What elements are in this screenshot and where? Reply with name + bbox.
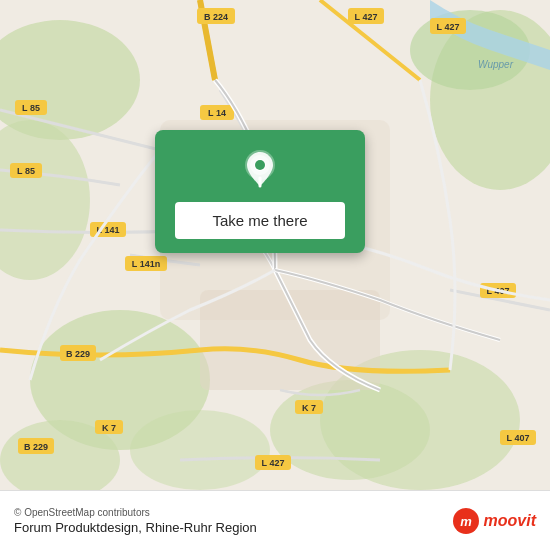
svg-text:L 141n: L 141n — [132, 259, 160, 269]
place-name: Forum Produktdesign, Rhine-Ruhr Region — [14, 520, 257, 535]
svg-text:L 427: L 427 — [262, 458, 285, 468]
moovit-logo: m moovit — [452, 507, 536, 535]
svg-text:B 229: B 229 — [66, 349, 90, 359]
map-container: B 224 L 427 L 427 L 85 L 85 L 141 L 141n… — [0, 0, 550, 490]
map-pin-icon — [239, 148, 281, 190]
osm-credit: © OpenStreetMap contributors — [14, 507, 257, 518]
moovit-brand-text: moovit — [484, 512, 536, 530]
svg-text:B 229: B 229 — [24, 442, 48, 452]
bottom-left-info: © OpenStreetMap contributors Forum Produ… — [14, 507, 257, 535]
svg-text:K 7: K 7 — [302, 403, 316, 413]
moovit-logo-icon: m — [452, 507, 480, 535]
svg-text:Wupper: Wupper — [478, 59, 514, 70]
svg-text:L 14: L 14 — [208, 108, 226, 118]
svg-point-8 — [130, 410, 270, 490]
svg-text:L 85: L 85 — [17, 166, 35, 176]
bottom-bar: © OpenStreetMap contributors Forum Produ… — [0, 490, 550, 550]
svg-text:L 85: L 85 — [22, 103, 40, 113]
svg-text:m: m — [460, 514, 472, 529]
svg-text:L 407: L 407 — [507, 433, 530, 443]
svg-text:L 427: L 427 — [437, 22, 460, 32]
svg-text:L 427: L 427 — [355, 12, 378, 22]
location-card: Take me there — [155, 130, 365, 253]
svg-text:B 224: B 224 — [204, 12, 228, 22]
svg-point-7 — [270, 380, 430, 480]
svg-point-46 — [255, 160, 265, 170]
svg-text:K 7: K 7 — [102, 423, 116, 433]
take-me-there-button[interactable]: Take me there — [175, 202, 345, 239]
